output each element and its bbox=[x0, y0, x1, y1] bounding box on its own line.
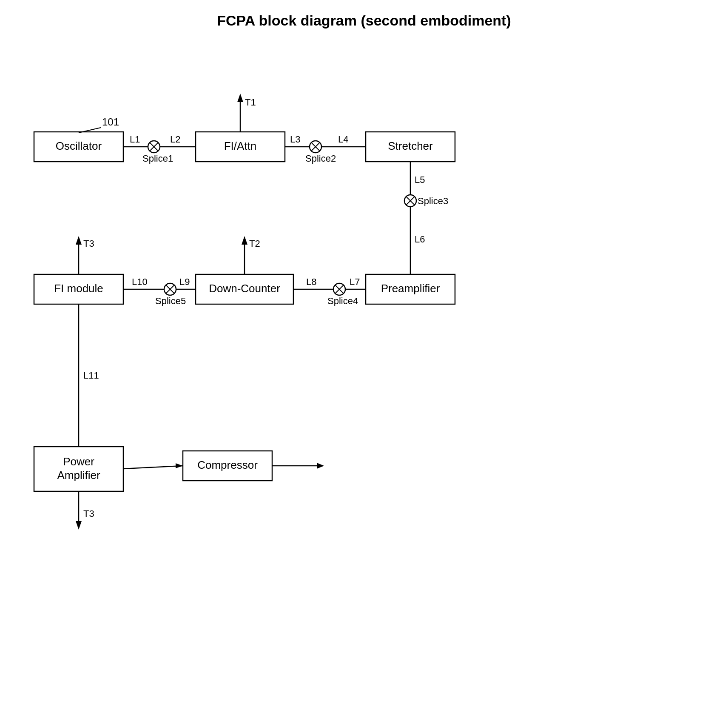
fi-module-label: FI module bbox=[54, 282, 103, 295]
label-splice1: Splice1 bbox=[142, 153, 173, 164]
preamplifier-label: Preamplifier bbox=[381, 282, 440, 295]
label-L9: L9 bbox=[179, 276, 190, 287]
label-L2: L2 bbox=[170, 134, 180, 145]
diagram-container: FCPA block diagram (second embodiment) O… bbox=[0, 0, 728, 721]
label-L7: L7 bbox=[350, 276, 360, 287]
fi-attn-label: FI/Attn bbox=[224, 140, 257, 152]
label-L5: L5 bbox=[415, 174, 425, 185]
label-T2: T2 bbox=[249, 238, 260, 249]
label-L1: L1 bbox=[130, 134, 140, 145]
stretcher-label: Stretcher bbox=[388, 140, 433, 152]
power-amplifier-label-line2: Amplifier bbox=[57, 469, 100, 482]
label-splice4: Splice4 bbox=[327, 296, 358, 306]
arrow-T3-fi bbox=[76, 236, 82, 245]
label-T3-pa: T3 bbox=[83, 508, 94, 519]
label-L4: L4 bbox=[338, 134, 348, 145]
arrow-compressor-out bbox=[317, 463, 324, 469]
oscillator-label: Oscillator bbox=[56, 140, 102, 152]
arrow-pa-compressor bbox=[176, 463, 183, 468]
down-counter-label: Down-Counter bbox=[209, 282, 280, 295]
label-splice2: Splice2 bbox=[305, 153, 336, 164]
label-splice5: Splice5 bbox=[155, 296, 186, 306]
label-T1: T1 bbox=[245, 97, 256, 108]
label-splice3: Splice3 bbox=[418, 196, 448, 206]
ref-101-label: 101 bbox=[102, 116, 119, 128]
arrow-T2 bbox=[242, 236, 247, 245]
arrow-T1 bbox=[237, 94, 243, 102]
label-L6: L6 bbox=[415, 234, 425, 245]
label-L11: L11 bbox=[83, 370, 99, 381]
label-L8: L8 bbox=[306, 276, 316, 287]
diagram-title: FCPA block diagram (second embodiment) bbox=[217, 12, 511, 28]
label-L10: L10 bbox=[132, 276, 148, 287]
power-amplifier-label-line1: Power bbox=[63, 455, 94, 468]
label-T3-fi: T3 bbox=[83, 238, 94, 249]
label-L3: L3 bbox=[290, 134, 300, 145]
arrow-T3-pa bbox=[76, 521, 82, 530]
compressor-label: Compressor bbox=[197, 459, 258, 471]
line-pa-compressor bbox=[123, 466, 183, 469]
